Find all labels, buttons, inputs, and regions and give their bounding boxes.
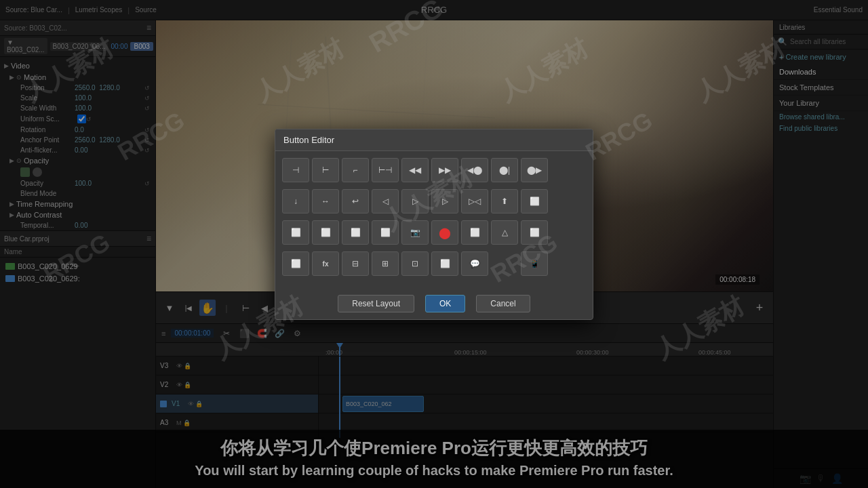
btn-play[interactable]: ▷	[401, 189, 429, 214]
btn-speech-to-text[interactable]: 💬	[461, 251, 488, 276]
dialog-title: Button Editor	[283, 135, 334, 145]
btn-empty-3	[551, 220, 578, 245]
cancel-button[interactable]: Cancel	[476, 295, 530, 312]
btn-play-fwd[interactable]: ▷◁	[461, 189, 488, 214]
btn-insert[interactable]: ⬜	[521, 189, 548, 214]
reset-layout-button[interactable]: Reset Layout	[338, 295, 414, 312]
btn-mark-out[interactable]: ↔	[312, 189, 339, 214]
btn-step-fwd-5[interactable]: ▶▶	[431, 158, 458, 182]
btn-lift[interactable]: ⬜	[312, 220, 339, 245]
btn-fx[interactable]: fx	[312, 251, 339, 276]
btn-show-rulers[interactable]: ⬜	[521, 220, 548, 245]
dialog-title-bar: Button Editor	[275, 129, 593, 151]
ok-button[interactable]: OK	[425, 295, 465, 312]
btn-loop[interactable]: ⬜	[461, 220, 488, 245]
btn-overwrite[interactable]: ⬜	[282, 220, 309, 245]
dialog-footer: Reset Layout OK Cancel	[275, 289, 593, 319]
btn-step-back[interactable]: ◁	[372, 189, 399, 214]
button-grid-row1: ⊣ ⊢ ⌐ ⊢⊣ ◀◀ ▶▶ ◀⬤ ⬤| ⬤▶	[282, 158, 586, 182]
btn-trim-prev[interactable]: ⌐	[342, 158, 369, 182]
btn-timecode-overlay[interactable]: ⊡	[401, 251, 429, 276]
btn-empty-2	[551, 189, 578, 214]
app-container: Source: Blue Car... | Lumetri Scopes | S…	[0, 0, 868, 488]
btn-mark-in[interactable]: ↓	[282, 189, 309, 214]
btn-record[interactable]: ⬤	[431, 220, 458, 245]
btn-step-back-5[interactable]: ◀◀	[401, 158, 429, 182]
btn-settings2[interactable]: ⊟	[342, 251, 369, 276]
btn-empty-4b	[491, 251, 518, 276]
btn-extract[interactable]: ⬜	[342, 220, 369, 245]
btn-safe-margins[interactable]: △	[491, 220, 518, 245]
btn-trim-in[interactable]: ⊢⊣	[372, 158, 399, 182]
btn-go-end[interactable]: ⊢	[312, 158, 339, 182]
btn-grid[interactable]: ⊞	[372, 251, 399, 276]
btn-empty-4c	[551, 251, 578, 276]
btn-empty-1	[551, 158, 578, 182]
btn-shuttle-stop[interactable]: ⬤|	[491, 158, 518, 182]
btn-shuttle-fwd[interactable]: ⬤▶	[521, 158, 548, 182]
button-grid-row4: ⬜ fx ⊟ ⊞ ⊡ ⬜ 💬 📱	[282, 251, 586, 276]
dialog-overlay: Button Editor ⊣ ⊢ ⌐ ⊢⊣ ◀◀ ▶▶ ◀⬤ ⬤| ⬤▶	[0, 0, 868, 488]
dialog-content: ⊣ ⊢ ⌐ ⊢⊣ ◀◀ ▶▶ ◀⬤ ⬤| ⬤▶ ↓ ↔ ↩ ◁	[275, 151, 593, 289]
button-editor-dialog: Button Editor ⊣ ⊢ ⌐ ⊢⊣ ◀◀ ▶▶ ◀⬤ ⬤| ⬤▶	[275, 129, 593, 320]
btn-compare[interactable]: ⬜	[431, 251, 458, 276]
button-grid-row2: ↓ ↔ ↩ ◁ ▷ ▷ ▷◁ ⬆ ⬜	[282, 189, 586, 214]
btn-go-start[interactable]: ⊣	[282, 158, 309, 182]
btn-multi-cam[interactable]: ⬜	[282, 251, 309, 276]
btn-mobile[interactable]: 📱	[521, 251, 548, 276]
btn-shuttle-back[interactable]: ◀⬤	[461, 158, 488, 182]
btn-trim-in-out[interactable]: ⬜	[372, 220, 399, 245]
btn-snapshot[interactable]: 📷	[401, 220, 429, 245]
btn-go-in[interactable]: ↩	[342, 189, 369, 214]
btn-export[interactable]: ⬆	[491, 189, 518, 214]
button-grid-row3: ⬜ ⬜ ⬜ ⬜ 📷 ⬤ ⬜ △ ⬜	[282, 220, 586, 245]
btn-play-reverse[interactable]: ▷	[431, 189, 458, 214]
